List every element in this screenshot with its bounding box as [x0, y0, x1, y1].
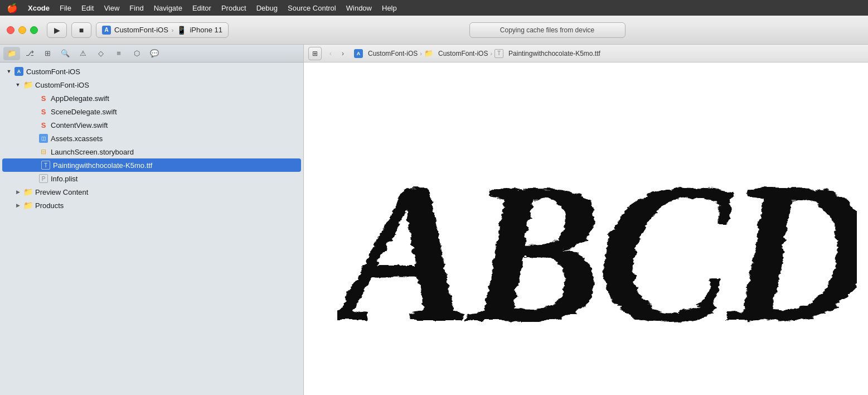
breadcrumb-sep-2: ›	[490, 50, 492, 57]
infoplist-name: Info.plist	[51, 175, 77, 183]
play-icon: ▶	[54, 26, 60, 35]
tab-debug-navigator[interactable]: ≡	[110, 47, 127, 60]
symbol-icon: ⊞	[45, 49, 51, 57]
diamond-icon: ◇	[98, 49, 104, 57]
main-area: 📁 ⎇ ⊞ 🔍 ⚠ ◇ ≡ ⬡ 💬	[0, 45, 868, 395]
navigator-tabs: 📁 ⎇ ⊞ 🔍 ⚠ ◇ ≡ ⬡ 💬	[0, 45, 303, 62]
tree-item-products[interactable]: ▶ 📁 Products	[0, 199, 303, 212]
breadcrumb-project[interactable]: CustomFont-iOS	[368, 50, 418, 57]
forward-arrow-icon: ›	[342, 50, 344, 57]
tree-item-root-project[interactable]: ▼ A CustomFont-iOS	[0, 65, 303, 78]
debug-icon: ≡	[117, 49, 121, 57]
tree-item-mainfolder[interactable]: ▼ 📁 CustomFont-iOS	[0, 78, 303, 91]
font-preview-container: ABCDE	[337, 85, 857, 384]
svg-text:ABCDE: ABCDE	[337, 140, 857, 363]
scenedelegate-name: SceneDelegate.swift	[51, 108, 117, 116]
tab-source-control[interactable]: ⎇	[21, 47, 38, 60]
breadcrumb-project-icon: A	[354, 49, 363, 58]
traffic-lights	[7, 26, 38, 34]
folder-icon: 📁	[7, 49, 16, 57]
tree-item-preview[interactable]: ▶ 📁 Preview Content	[0, 185, 303, 199]
forward-button[interactable]: ›	[337, 48, 348, 59]
tab-file-navigator[interactable]: 📁	[3, 47, 20, 60]
toolbar: ▶ ■ A CustomFont-iOS › 📱 iPhone 11 Copyi…	[0, 16, 868, 45]
grid-view-button[interactable]: ⊞	[308, 47, 322, 60]
expand-arrow-products: ▶	[13, 201, 22, 210]
plist-icon: P	[39, 174, 48, 183]
scheme-selector[interactable]: A CustomFont-iOS › 📱 iPhone 11	[96, 22, 229, 38]
search-nav-icon: 🔍	[61, 49, 70, 57]
tree-item-infoplist[interactable]: ▶ P Info.plist	[0, 172, 303, 185]
swift-icon-scenedelegate: S	[39, 107, 48, 116]
scheme-name: CustomFont-iOS	[114, 26, 168, 34]
breadcrumb-folder[interactable]: CustomFont-iOS	[438, 50, 488, 57]
tree-item-contentview[interactable]: ▶ S ContentView.swift	[0, 118, 303, 132]
status-text: Copying cache files from device	[500, 26, 594, 34]
device-name: iPhone 11	[190, 26, 222, 34]
editor-toolbar: ⊞ ‹ › A CustomFont-iOS › 📁 CustomFont-iO…	[304, 45, 868, 62]
tab-breakpoint-navigator[interactable]: ⬡	[128, 47, 145, 60]
root-project-name: CustomFont-iOS	[26, 68, 80, 76]
contentview-name: ContentView.swift	[51, 121, 108, 129]
scheme-separator: ›	[172, 27, 174, 33]
device-icon: 📱	[177, 26, 186, 35]
grid-icon: ⊞	[312, 50, 318, 57]
breadcrumb-folder-icon: 📁	[424, 49, 433, 58]
tab-test-navigator[interactable]: ◇	[93, 47, 109, 60]
menu-source-control[interactable]: Source Control	[288, 4, 336, 12]
navigator-panel: 📁 ⎇ ⊞ 🔍 ⚠ ◇ ≡ ⬡ 💬	[0, 45, 304, 395]
menu-help[interactable]: Help	[382, 4, 397, 12]
tab-find-navigator[interactable]: 🔍	[57, 47, 74, 60]
font-preview-svg: ABCDE	[337, 85, 857, 364]
folder-icon-preview: 📁	[23, 187, 32, 196]
folder-icon-main: 📁	[23, 80, 32, 89]
tab-symbol-navigator[interactable]: ⊞	[39, 47, 56, 60]
tree-item-appdelegate[interactable]: ▶ S AppDelegate.swift	[0, 91, 303, 105]
menu-navigate[interactable]: Navigate	[154, 4, 182, 12]
apple-menu[interactable]: 🍎	[7, 3, 18, 13]
play-button[interactable]: ▶	[47, 22, 67, 38]
status-area: Copying cache files from device	[469, 22, 625, 38]
assets-icon: ◫	[39, 134, 48, 143]
preview-folder-name: Preview Content	[35, 188, 88, 196]
file-tree: ▼ A CustomFont-iOS ▼ 📁 CustomFont-iOS ▶ …	[0, 62, 303, 395]
menu-edit[interactable]: Edit	[81, 4, 94, 12]
breadcrumb-file[interactable]: Paintingwithchocolate-K5mo.ttf	[508, 50, 600, 57]
folder-icon-products: 📁	[23, 201, 32, 210]
tab-issue-navigator[interactable]: ⚠	[75, 47, 91, 60]
swift-icon-contentview: S	[39, 121, 48, 129]
minimize-button[interactable]	[18, 26, 26, 34]
back-arrow-icon: ‹	[329, 50, 332, 57]
close-button[interactable]	[7, 26, 14, 34]
menu-editor[interactable]: Editor	[192, 4, 211, 12]
tree-item-ttf[interactable]: ▶ T Paintingwithchocolate-K5mo.ttf	[2, 158, 301, 172]
tree-item-assets[interactable]: ▶ ◫ Assets.xcassets	[0, 132, 303, 145]
back-button[interactable]: ‹	[325, 48, 336, 59]
tree-item-scenedelegate[interactable]: ▶ S SceneDelegate.swift	[0, 105, 303, 118]
breadcrumb-file-icon: T	[494, 49, 503, 58]
menu-view[interactable]: View	[104, 4, 119, 12]
appdelegate-name: AppDelegate.swift	[51, 94, 109, 103]
branch-icon: ⎇	[26, 49, 34, 57]
breadcrumb: A CustomFont-iOS › 📁 CustomFont-iOS › T …	[354, 49, 600, 58]
bookmark-icon: ⬡	[134, 49, 140, 57]
stop-button[interactable]: ■	[71, 22, 91, 38]
editor-area: ⊞ ‹ › A CustomFont-iOS › 📁 CustomFont-iO…	[304, 45, 868, 395]
tab-report-navigator[interactable]: 💬	[146, 47, 163, 60]
menu-product[interactable]: Product	[221, 4, 246, 12]
chat-icon: 💬	[150, 49, 159, 57]
menu-xcode[interactable]: Xcode	[28, 4, 50, 12]
breadcrumb-sep-1: ›	[420, 50, 422, 57]
project-icon: A	[14, 67, 23, 76]
expand-arrow-mainfolder: ▼	[13, 80, 22, 89]
warning-icon: ⚠	[80, 49, 86, 57]
menu-file[interactable]: File	[60, 4, 71, 12]
menu-window[interactable]: Window	[346, 4, 372, 12]
expand-arrow-root: ▼	[4, 67, 13, 76]
menu-find[interactable]: Find	[129, 4, 143, 12]
nav-arrows: ‹ ›	[325, 48, 348, 59]
maximize-button[interactable]	[30, 26, 38, 34]
menu-debug[interactable]: Debug	[256, 4, 278, 12]
tree-item-launchscreen[interactable]: ▶ ⊟ LaunchScreen.storyboard	[0, 145, 303, 158]
storyboard-icon: ⊟	[39, 147, 48, 156]
